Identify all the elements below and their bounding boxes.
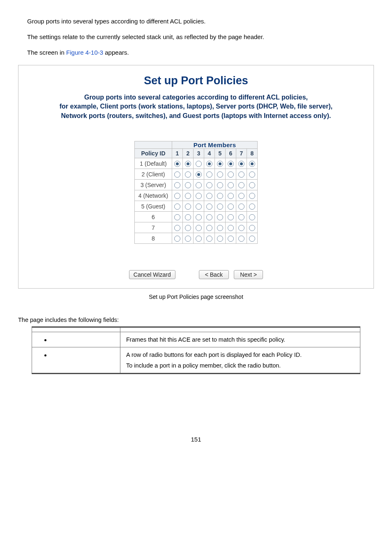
radio-icon[interactable] xyxy=(228,161,234,167)
port-cell-5-8[interactable] xyxy=(247,201,258,212)
port-cell-8-2[interactable] xyxy=(183,233,194,244)
port-cell-2-7[interactable] xyxy=(236,169,247,180)
port-cell-6-7[interactable] xyxy=(236,212,247,222)
port-cell-3-5[interactable] xyxy=(215,180,226,190)
port-cell-8-8[interactable] xyxy=(247,233,258,244)
radio-icon[interactable] xyxy=(174,225,180,231)
radio-icon[interactable] xyxy=(206,214,212,220)
port-cell-8-7[interactable] xyxy=(236,233,247,244)
port-cell-7-8[interactable] xyxy=(247,222,258,233)
port-cell-1-7[interactable] xyxy=(236,158,247,169)
port-cell-3-4[interactable] xyxy=(204,180,215,190)
radio-icon[interactable] xyxy=(249,225,255,231)
radio-icon[interactable] xyxy=(228,204,234,210)
radio-icon[interactable] xyxy=(249,236,255,242)
port-cell-1-6[interactable] xyxy=(226,158,236,169)
radio-icon[interactable] xyxy=(238,171,244,178)
port-cell-4-5[interactable] xyxy=(215,190,226,201)
back-button[interactable]: < Back xyxy=(199,270,229,279)
port-cell-1-3[interactable] xyxy=(194,158,204,169)
port-cell-6-3[interactable] xyxy=(194,212,204,222)
port-cell-7-3[interactable] xyxy=(194,222,204,233)
radio-icon[interactable] xyxy=(206,204,212,210)
port-cell-1-8[interactable] xyxy=(247,158,258,169)
port-cell-8-6[interactable] xyxy=(226,233,236,244)
radio-icon[interactable] xyxy=(238,182,244,188)
port-cell-1-5[interactable] xyxy=(215,158,226,169)
port-cell-5-4[interactable] xyxy=(204,201,215,212)
radio-icon[interactable] xyxy=(217,161,223,167)
radio-icon[interactable] xyxy=(249,161,255,167)
port-cell-6-2[interactable] xyxy=(183,212,194,222)
radio-icon[interactable] xyxy=(249,182,255,188)
radio-icon[interactable] xyxy=(196,214,202,220)
radio-icon[interactable] xyxy=(174,161,180,167)
radio-icon[interactable] xyxy=(238,204,244,210)
radio-icon[interactable] xyxy=(185,193,191,199)
radio-icon[interactable] xyxy=(196,193,202,199)
radio-icon[interactable] xyxy=(217,204,223,210)
radio-icon[interactable] xyxy=(185,171,191,178)
radio-icon[interactable] xyxy=(174,236,180,242)
port-cell-3-6[interactable] xyxy=(226,180,236,190)
port-cell-6-8[interactable] xyxy=(247,212,258,222)
radio-icon[interactable] xyxy=(196,161,202,167)
port-cell-3-1[interactable] xyxy=(172,180,183,190)
port-cell-4-1[interactable] xyxy=(172,190,183,201)
figure-link[interactable]: Figure 4-10-3 xyxy=(66,49,103,56)
radio-icon[interactable] xyxy=(238,225,244,231)
port-cell-4-3[interactable] xyxy=(194,190,204,201)
radio-icon[interactable] xyxy=(238,193,244,199)
radio-icon[interactable] xyxy=(185,161,191,167)
port-cell-7-2[interactable] xyxy=(183,222,194,233)
port-cell-1-1[interactable] xyxy=(172,158,183,169)
radio-icon[interactable] xyxy=(228,182,234,188)
port-cell-1-4[interactable] xyxy=(204,158,215,169)
port-cell-2-6[interactable] xyxy=(226,169,236,180)
radio-icon[interactable] xyxy=(206,171,212,178)
radio-icon[interactable] xyxy=(185,204,191,210)
port-cell-6-4[interactable] xyxy=(204,212,215,222)
radio-icon[interactable] xyxy=(196,171,202,178)
radio-icon[interactable] xyxy=(217,225,223,231)
port-cell-5-7[interactable] xyxy=(236,201,247,212)
port-cell-2-3[interactable] xyxy=(194,169,204,180)
radio-icon[interactable] xyxy=(196,236,202,242)
radio-icon[interactable] xyxy=(174,171,180,178)
radio-icon[interactable] xyxy=(206,225,212,231)
cancel-wizard-button[interactable]: Cancel Wizard xyxy=(129,270,175,279)
radio-icon[interactable] xyxy=(217,171,223,178)
port-cell-7-4[interactable] xyxy=(204,222,215,233)
port-cell-5-5[interactable] xyxy=(215,201,226,212)
radio-icon[interactable] xyxy=(228,214,234,220)
radio-icon[interactable] xyxy=(217,236,223,242)
port-cell-1-2[interactable] xyxy=(183,158,194,169)
port-cell-8-3[interactable] xyxy=(194,233,204,244)
port-cell-2-8[interactable] xyxy=(247,169,258,180)
port-cell-4-7[interactable] xyxy=(236,190,247,201)
radio-icon[interactable] xyxy=(174,204,180,210)
port-cell-3-8[interactable] xyxy=(247,180,258,190)
radio-icon[interactable] xyxy=(217,182,223,188)
port-cell-4-4[interactable] xyxy=(204,190,215,201)
port-cell-7-5[interactable] xyxy=(215,222,226,233)
port-cell-6-5[interactable] xyxy=(215,212,226,222)
radio-icon[interactable] xyxy=(185,182,191,188)
port-cell-7-1[interactable] xyxy=(172,222,183,233)
port-cell-7-7[interactable] xyxy=(236,222,247,233)
port-cell-2-5[interactable] xyxy=(215,169,226,180)
port-cell-3-3[interactable] xyxy=(194,180,204,190)
radio-icon[interactable] xyxy=(228,225,234,231)
radio-icon[interactable] xyxy=(174,214,180,220)
port-cell-6-1[interactable] xyxy=(172,212,183,222)
radio-icon[interactable] xyxy=(196,225,202,231)
radio-icon[interactable] xyxy=(185,225,191,231)
port-cell-2-1[interactable] xyxy=(172,169,183,180)
port-cell-3-2[interactable] xyxy=(183,180,194,190)
port-cell-4-2[interactable] xyxy=(183,190,194,201)
port-cell-5-2[interactable] xyxy=(183,201,194,212)
radio-icon[interactable] xyxy=(196,204,202,210)
port-cell-6-6[interactable] xyxy=(226,212,236,222)
radio-icon[interactable] xyxy=(196,182,202,188)
radio-icon[interactable] xyxy=(249,171,255,178)
